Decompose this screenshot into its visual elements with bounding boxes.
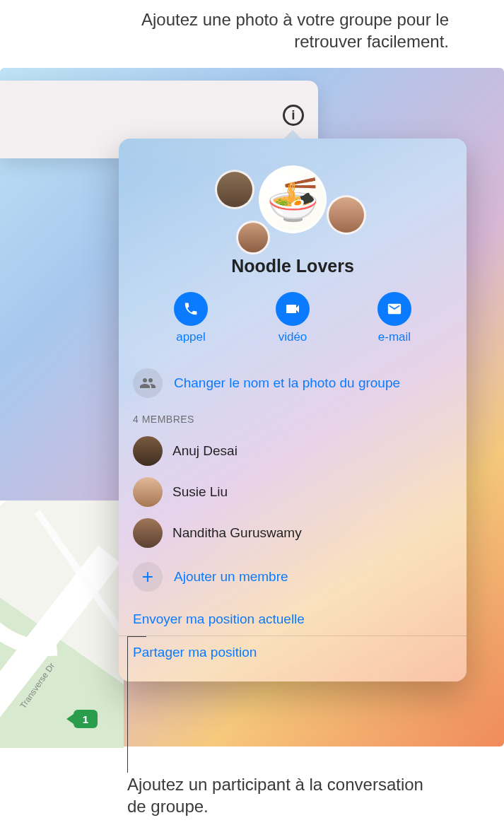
member-row[interactable]: Nanditha Guruswamy xyxy=(133,513,452,554)
callout-bottom-leader-foot xyxy=(128,636,146,637)
group-avatar-cluster[interactable]: 🍜 xyxy=(133,160,452,252)
member-name: Nanditha Guruswamy xyxy=(172,525,302,541)
member-name: Anuj Desai xyxy=(172,443,238,459)
group-details-popover: 🍜 Noodle Lovers appel vidéo xyxy=(119,139,467,681)
member-avatar-small-3 xyxy=(236,221,270,254)
member-row[interactable]: Susie Liu xyxy=(133,472,452,513)
callout-bottom-leader-line xyxy=(127,636,128,773)
add-member-row[interactable]: + Ajouter un membre xyxy=(133,554,452,603)
call-label: appel xyxy=(176,330,206,344)
map-route-shield: 1 xyxy=(74,710,98,728)
group-name: Noodle Lovers xyxy=(133,256,452,276)
member-row[interactable]: Anuj Desai xyxy=(133,431,452,472)
member-avatar xyxy=(133,518,163,548)
member-avatar-small-1 xyxy=(215,170,254,209)
add-member-label: Ajouter un membre xyxy=(174,569,288,585)
group-people-icon xyxy=(133,368,163,398)
members-section-header: 4 MEMBRES xyxy=(133,414,452,425)
video-label: vidéo xyxy=(279,330,307,344)
change-name-photo-row[interactable]: Changer le nom et la photo du groupe xyxy=(133,361,452,405)
email-icon xyxy=(377,292,411,326)
call-button[interactable]: appel xyxy=(174,292,208,344)
email-button[interactable]: e-mail xyxy=(377,292,411,344)
info-icon[interactable]: i xyxy=(283,105,304,126)
video-button[interactable]: vidéo xyxy=(276,292,310,344)
member-name: Susie Liu xyxy=(172,484,228,500)
action-buttons-row: appel vidéo e-mail xyxy=(140,292,445,344)
member-avatar xyxy=(133,477,163,507)
email-label: e-mail xyxy=(378,330,411,344)
member-avatar xyxy=(133,436,163,466)
map-preview[interactable]: Transverse Dr 1 xyxy=(0,501,124,748)
phone-icon xyxy=(174,292,208,326)
send-current-location-link[interactable]: Envoyer ma position actuelle xyxy=(133,603,452,636)
member-avatar-small-2 xyxy=(327,195,366,235)
callout-bottom-text: Ajoutez un participant à la conversation… xyxy=(127,773,438,817)
video-icon xyxy=(276,292,310,326)
share-my-location-link[interactable]: Partager ma position xyxy=(133,636,452,669)
plus-icon: + xyxy=(133,562,163,592)
group-avatar-main: 🍜 xyxy=(259,165,327,233)
callout-top-text: Ajoutez une photo à votre groupe pour le… xyxy=(124,8,449,52)
change-name-photo-label: Changer le nom et la photo du groupe xyxy=(174,375,400,391)
